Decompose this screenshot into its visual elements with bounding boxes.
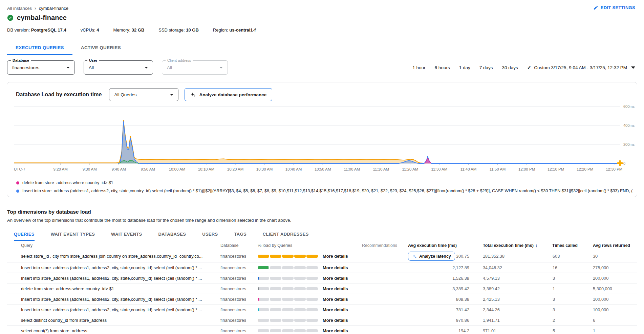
time-option-1-hour[interactable]: 1 hour — [412, 65, 425, 70]
svg-text:11:30 AM: 11:30 AM — [431, 167, 448, 171]
load-bar-segment — [306, 277, 318, 280]
filter-select-user[interactable]: UserAll — [84, 60, 153, 75]
svg-text:10:20 AM: 10:20 AM — [227, 167, 244, 171]
analyze-database-performance-button[interactable]: Analyze database performance — [185, 88, 272, 101]
load-bar-segment — [306, 298, 318, 301]
info-label: DB version: — [7, 27, 31, 33]
dim-tab-users[interactable]: USERS — [202, 228, 218, 241]
column-header-times-called[interactable]: Times called — [549, 243, 589, 248]
load-bar-segment — [294, 287, 306, 290]
table-row: Insert into store_address (address1, add… — [7, 273, 637, 283]
svg-text:10:30 AM: 10:30 AM — [256, 167, 273, 171]
database-cell: financestores — [217, 254, 254, 259]
edit-settings-button[interactable]: EDIT SETTINGS — [593, 5, 635, 10]
more-details-link[interactable]: More details — [323, 297, 348, 302]
more-details-link[interactable]: More details — [323, 254, 348, 259]
time-option-7-days[interactable]: 7 days — [479, 65, 493, 70]
time-option-6-hours[interactable]: 6 hours — [435, 65, 450, 70]
svg-text:9:20 AM: 9:20 AM — [53, 167, 68, 171]
query-text: delete from store_address where country_… — [7, 286, 217, 291]
svg-text:11:20 AM: 11:20 AM — [402, 167, 418, 171]
total-execution-cell: 1,941.71 — [479, 318, 549, 323]
total-execution-cell: 34,046.32 — [479, 265, 549, 270]
times-called-cell: 603 — [549, 254, 589, 259]
column-header-avg-execution-time-ms-[interactable]: Avg execution time (ms) — [400, 243, 479, 248]
load-bar-segment — [270, 277, 281, 280]
avg-execution-value: 781.42 — [456, 307, 469, 312]
load-bar-segment — [258, 277, 269, 280]
legend-item: Insert into store_address (address1, add… — [16, 189, 632, 193]
more-details-link[interactable]: More details — [323, 276, 348, 281]
dim-tab-wait-events[interactable]: WAIT EVENTS — [111, 228, 142, 241]
load-bar-segment — [294, 277, 306, 280]
column-header--load-by-queries[interactable]: % load by Queries — [254, 243, 359, 248]
dim-tab-queries[interactable]: QUERIES — [14, 228, 35, 241]
legend-label: delete from store_address where country_… — [22, 180, 113, 185]
more-details-link[interactable]: More details — [323, 307, 348, 312]
load-bar-segment — [282, 329, 294, 332]
svg-text:11:00 AM: 11:00 AM — [344, 167, 360, 171]
dim-tab-tags[interactable]: TAGS — [234, 228, 246, 241]
load-bar-segment — [306, 287, 318, 290]
avg-execution-value: 300.75 — [456, 254, 469, 259]
more-details-link[interactable]: More details — [323, 328, 348, 333]
breadcrumb: All instances › cymbal-finance — [0, 0, 644, 11]
avg-execution-value: 194.2 — [458, 328, 469, 333]
avg-rows-cell: 1 — [589, 328, 637, 333]
svg-text:UTC-7: UTC-7 — [14, 167, 25, 171]
info-value: 4 — [96, 27, 99, 33]
table-row: Insert into store_address (address1, add… — [7, 304, 637, 315]
times-called-cell: 2 — [549, 318, 589, 323]
load-bar — [258, 266, 318, 269]
column-header-recommendations[interactable]: Recommendations — [359, 243, 400, 248]
instance-info-item: vCPUs: 4 — [81, 27, 99, 33]
dim-tab-databases[interactable]: DATABASES — [158, 228, 186, 241]
svg-text:9:50 AM: 9:50 AM — [141, 167, 155, 171]
time-custom-selector[interactable]: ✓Custom 3/17/25, 9:04 AM - 3/17/25, 12:3… — [527, 64, 635, 71]
avg-execution-cell: 2,127.89 — [400, 265, 479, 270]
tab-executed-queries[interactable]: EXECUTED QUERIES — [7, 41, 72, 55]
table-row: select store_id , city from store_addres… — [7, 250, 637, 262]
column-header-query[interactable]: Query — [7, 243, 217, 248]
more-details-link[interactable]: More details — [323, 265, 348, 270]
table-row: delete from store_address where country_… — [7, 283, 637, 294]
load-bar-segment — [306, 266, 318, 269]
query-text: Insert into store_address (address1, add… — [7, 307, 217, 312]
svg-text:10:00 AM: 10:00 AM — [169, 167, 186, 171]
tab-active-queries[interactable]: ACTIVE QUERIES — [72, 41, 129, 55]
column-header-database[interactable]: Database — [217, 243, 254, 248]
breadcrumb-all-instances[interactable]: All instances — [7, 6, 32, 11]
load-cell: More details — [254, 328, 359, 333]
load-bar-segment — [270, 308, 281, 311]
load-bar-segment — [306, 308, 318, 311]
avg-execution-value: 1,526.38 — [452, 276, 469, 281]
column-header-total-execution-time-ms-[interactable]: Total execution time (ms)↓ — [479, 243, 549, 248]
load-chart[interactable]: 600ms400ms200ms09:20 AM9:30 AM9:40 AM9:5… — [7, 104, 637, 177]
column-header-avg-rows-returned[interactable]: Avg rows returned — [589, 243, 637, 248]
svg-text:400ms: 400ms — [623, 123, 635, 127]
filter-value: financestores — [12, 65, 39, 70]
more-details-link[interactable]: More details — [323, 286, 348, 291]
time-option-30-days[interactable]: 30 days — [502, 65, 518, 70]
filter-select-database[interactable]: Databasefinancestores — [7, 60, 75, 75]
load-bar-segment — [294, 329, 306, 332]
chevron-down-icon — [66, 67, 70, 68]
load-cell: More details — [254, 286, 359, 291]
filter-value: All — [167, 65, 172, 70]
load-bar-segment — [258, 255, 269, 258]
more-details-link[interactable]: More details — [323, 318, 348, 323]
dim-tab-client-addresses[interactable]: CLIENT ADDRESSES — [263, 228, 309, 241]
total-execution-cell: 2,344.26 — [479, 307, 549, 312]
load-bar-segment — [282, 298, 294, 301]
query-filter-value: All Queries — [114, 92, 136, 97]
svg-text:12:20 PM: 12:20 PM — [577, 167, 593, 171]
dim-tab-wait-event-types[interactable]: WAIT EVENT TYPES — [51, 228, 95, 241]
sort-desc-icon: ↓ — [535, 243, 538, 248]
analyze-latency-button[interactable]: Analyze latency — [408, 252, 455, 261]
sparkle-icon — [190, 92, 196, 98]
query-filter-select[interactable]: All Queries — [109, 88, 178, 101]
avg-rows-cell: 100,000 — [589, 297, 637, 302]
time-option-1-day[interactable]: 1 day — [459, 65, 470, 70]
svg-text:11:50 AM: 11:50 AM — [490, 167, 506, 171]
load-cell: More details — [254, 265, 359, 270]
